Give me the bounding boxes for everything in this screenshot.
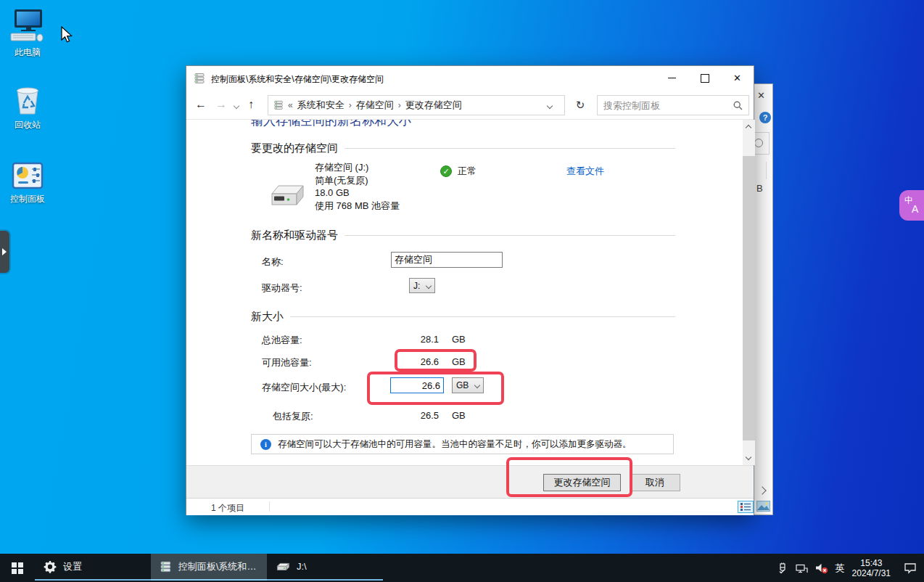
space-usage: 使用 768 MB 池容量 <box>315 200 400 213</box>
breadcrumb-item-change-storage-space[interactable]: 更改存储空间 <box>405 99 462 112</box>
start-button[interactable] <box>0 554 35 582</box>
including-resiliency-value: 26.5 <box>381 410 439 421</box>
drive-icon <box>268 182 305 211</box>
network-icon[interactable] <box>796 562 808 574</box>
page-content: 输入存储空间的新名称和大小 要更改的存储空间 存储空间 (J:) 简单(无复原)… <box>186 120 742 465</box>
taskbar-item-drive-j[interactable]: J:\ <box>267 554 383 581</box>
drive-letter-select[interactable]: J: <box>409 278 435 293</box>
taskbar-item-control-panel[interactable]: 控制面板\系统和安... <box>151 554 267 581</box>
close-button[interactable]: ✕ <box>721 66 754 90</box>
desktop-icon-this-pc[interactable]: 此电脑 <box>0 7 55 59</box>
taskbar-item-label: 控制面板\系统和安... <box>178 560 258 573</box>
space-name: 存储空间 (J:) <box>315 161 400 174</box>
forward-icon[interactable]: → <box>215 97 227 112</box>
space-type: 简单(无复原) <box>315 174 400 187</box>
desktop-icon-label: 此电脑 <box>0 46 55 59</box>
chevron-down-icon <box>426 282 432 288</box>
scroll-down-icon[interactable] <box>746 454 751 460</box>
chevron-right-icon <box>2 248 7 255</box>
taskbar-item-settings[interactable]: 设置 <box>35 554 151 581</box>
info-text: 存储空间可以大于存储池中的可用容量。当池中的容量不足时，你可以添加更多驱动器。 <box>278 438 632 451</box>
including-resiliency-label: 包括复原: <box>273 410 313 423</box>
scroll-up-icon[interactable] <box>746 125 751 131</box>
desktop-icon-label: 控制面板 <box>0 193 55 205</box>
navigation-bar: ← → ↑ « 系统和安全 › 存储空间 › 更改存储空间 ↻ <box>186 91 754 120</box>
scrollbar-thumb[interactable] <box>743 156 755 440</box>
history-dropdown-icon[interactable] <box>234 103 239 109</box>
thumbnail-view-icon[interactable] <box>756 501 770 512</box>
minimize-icon <box>668 78 676 78</box>
ime-indicator[interactable]: 英 <box>836 562 845 575</box>
name-input[interactable] <box>391 252 503 268</box>
storage-spaces-icon <box>194 73 205 84</box>
status-ok-icon: ✓ <box>440 165 452 177</box>
breadcrumb-item-security[interactable]: 系统和安全 <box>297 99 345 112</box>
recycle-bin-icon <box>9 81 46 118</box>
vertical-scrollbar[interactable] <box>743 120 755 465</box>
section-header-space-to-change: 要更改的存储空间 <box>251 142 675 155</box>
status-badge: ✓ 正常 <box>440 165 477 178</box>
total-pool-value: 28.1 <box>381 334 439 345</box>
sidebar-flyout-handle[interactable] <box>0 231 9 273</box>
system-tray: 英 15:43 2024/7/31 <box>777 554 924 582</box>
desktop-icon-label: 回收站 <box>0 119 55 131</box>
close-icon[interactable]: ✕ <box>757 90 765 101</box>
divider <box>766 162 767 179</box>
maximize-button[interactable] <box>688 66 721 90</box>
help-icon[interactable]: ? <box>759 112 771 123</box>
breadcrumb-item-storage-spaces[interactable]: 存储空间 <box>356 99 394 112</box>
including-resiliency-unit: GB <box>452 410 466 421</box>
clock-time: 15:43 <box>852 558 891 568</box>
windows-logo-icon <box>12 562 23 574</box>
window-title: 控制面板\系统和安全\存储空间\更改存储空间 <box>211 73 384 86</box>
clipped-page-heading: 输入存储空间的新名称和大小 <box>251 120 556 130</box>
search-input[interactable] <box>598 96 734 115</box>
storage-spaces-icon <box>160 560 172 573</box>
desktop-icon-recycle-bin[interactable]: 回收站 <box>0 81 55 131</box>
address-bar[interactable]: « 系统和安全 › 存储空间 › 更改存储空间 <box>268 95 565 115</box>
total-pool-label: 总池容量: <box>262 334 302 347</box>
search-icon <box>754 139 763 147</box>
minimize-button[interactable] <box>656 66 688 90</box>
info-icon: i <box>260 439 271 450</box>
status-bar: 1 个项目 <box>186 498 754 515</box>
taskbar-item-label: J:\ <box>297 561 307 572</box>
text-fragment: B <box>756 183 763 194</box>
taskbar: 设置 控制面板\系统和安... J:\ <box>0 554 924 582</box>
annotation-box-change-button <box>506 457 632 497</box>
cancel-button[interactable]: 取消 <box>630 474 680 491</box>
control-panel-icon <box>11 161 44 192</box>
details-view-button[interactable] <box>738 501 754 513</box>
breadcrumb-separator: › <box>398 100 401 110</box>
maximize-icon <box>701 74 709 83</box>
view-files-link[interactable]: 查看文件 <box>566 165 604 178</box>
storage-space-details: 存储空间 (J:) 简单(无复原) 18.0 GB 使用 768 MB 池容量 <box>315 161 400 212</box>
refresh-icon: ↻ <box>576 99 585 112</box>
title-bar[interactable]: 控制面板\系统和安全\存储空间\更改存储空间 ✕ <box>186 66 754 91</box>
items-count: 1 个项目 <box>211 502 244 515</box>
mouse-cursor <box>61 26 73 44</box>
usb-safely-remove-icon[interactable] <box>777 562 788 574</box>
drive-icon <box>276 562 290 572</box>
desktop-icon-control-panel[interactable]: 控制面板 <box>0 161 55 205</box>
search-box[interactable] <box>597 95 749 115</box>
divider <box>269 501 270 512</box>
ime-translate-bubble[interactable]: 中 A <box>899 190 924 221</box>
annotation-box-available-capacity <box>395 349 477 372</box>
scroll-right-icon[interactable] <box>759 483 765 496</box>
space-size: 18.0 GB <box>315 187 400 200</box>
breadcrumb-separator: › <box>349 100 352 110</box>
this-pc-icon <box>9 7 46 45</box>
back-icon[interactable]: ← <box>195 97 207 112</box>
section-header-new-size: 新大小 <box>251 310 675 324</box>
refresh-button[interactable]: ↻ <box>569 95 591 115</box>
search-icon <box>733 101 743 110</box>
taskbar-clock[interactable]: 15:43 2024/7/31 <box>852 558 891 578</box>
available-pool-label: 可用池容量: <box>262 356 312 369</box>
action-center-icon[interactable] <box>904 562 917 574</box>
up-icon[interactable]: ↑ <box>248 97 254 112</box>
name-label: 名称: <box>262 255 284 269</box>
section-header-new-name-drive: 新名称和驱动器号 <box>251 229 675 242</box>
clock-date: 2024/7/31 <box>852 568 891 578</box>
volume-muted-icon[interactable] <box>815 562 828 574</box>
